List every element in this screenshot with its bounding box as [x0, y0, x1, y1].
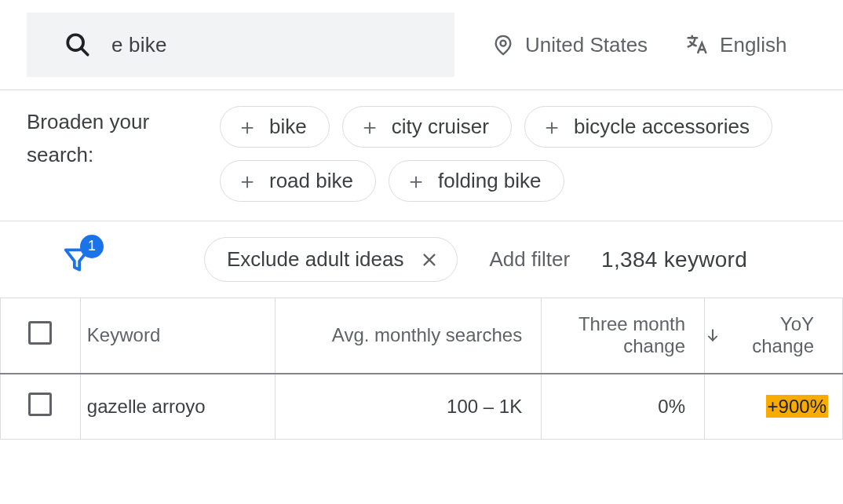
yoy-value: +900% — [766, 395, 828, 418]
chip-label: bicycle accessories — [574, 115, 750, 139]
keyword-count: 1,384 keyword — [601, 247, 747, 272]
broaden-section: Broaden your search: ＋ bike ＋ city cruis… — [0, 90, 843, 221]
filter-chip-exclude-adult[interactable]: Exclude adult ideas — [204, 237, 458, 282]
chip-label: folding bike — [438, 169, 542, 193]
header-yoy-label: YoY change — [735, 313, 814, 357]
chip-bicycle-accessories[interactable]: ＋ bicycle accessories — [524, 106, 772, 148]
plus-icon: ＋ — [236, 170, 258, 192]
search-icon — [64, 31, 91, 58]
language-label: English — [720, 33, 786, 57]
chip-label: bike — [269, 115, 307, 139]
keyword-table: Keyword Avg. monthly searches Three mont… — [0, 298, 843, 440]
row-checkbox[interactable] — [28, 393, 52, 416]
language-selector[interactable]: English — [685, 33, 786, 57]
header-avg-searches[interactable]: Avg. monthly searches — [275, 298, 542, 374]
close-icon[interactable] — [421, 251, 438, 268]
table-header-row: Keyword Avg. monthly searches Three mont… — [1, 298, 843, 374]
location-selector[interactable]: United States — [492, 32, 648, 58]
header-keyword[interactable]: Keyword — [80, 298, 275, 374]
cell-three-month: 0% — [542, 374, 705, 440]
translate-icon — [685, 33, 709, 57]
chip-folding-bike[interactable]: ＋ folding bike — [389, 160, 564, 202]
broaden-label: Broaden your search: — [27, 106, 184, 171]
plus-icon: ＋ — [236, 116, 258, 138]
plus-icon: ＋ — [541, 116, 563, 138]
row-checkbox-cell — [1, 374, 81, 440]
search-box[interactable] — [27, 13, 454, 77]
filter-chip-label: Exclude adult ideas — [227, 247, 403, 272]
chip-road-bike[interactable]: ＋ road bike — [220, 160, 376, 202]
broaden-chips: ＋ bike ＋ city cruiser ＋ bicycle accessor… — [220, 106, 816, 202]
location-pin-icon — [492, 32, 514, 58]
chip-label: road bike — [269, 169, 353, 193]
cell-avg: 100 – 1K — [275, 374, 542, 440]
header-three-month[interactable]: Three month change — [542, 298, 705, 374]
top-bar: United States English — [0, 0, 843, 89]
cell-keyword: gazelle arroyo — [80, 374, 275, 440]
cell-yoy: +900% — [705, 374, 843, 440]
plus-icon: ＋ — [405, 170, 427, 192]
search-input[interactable] — [110, 32, 439, 58]
svg-point-2 — [501, 40, 506, 46]
svg-line-1 — [82, 49, 88, 55]
location-label: United States — [525, 33, 648, 57]
header-checkbox-cell — [1, 298, 81, 374]
filter-funnel[interactable]: 1 — [60, 243, 94, 277]
chip-city-cruiser[interactable]: ＋ city cruiser — [342, 106, 512, 148]
header-yoy[interactable]: YoY change — [705, 298, 843, 374]
select-all-checkbox[interactable] — [28, 321, 52, 345]
filter-badge: 1 — [80, 235, 104, 258]
sort-down-icon — [705, 326, 721, 345]
table-row[interactable]: gazelle arroyo 100 – 1K 0% +900% — [1, 374, 843, 440]
chip-label: city cruiser — [392, 115, 489, 139]
filter-row: 1 Exclude adult ideas Add filter 1,384 k… — [0, 221, 843, 298]
chip-bike[interactable]: ＋ bike — [220, 106, 330, 148]
plus-icon: ＋ — [359, 116, 381, 138]
add-filter-button[interactable]: Add filter — [489, 247, 570, 272]
